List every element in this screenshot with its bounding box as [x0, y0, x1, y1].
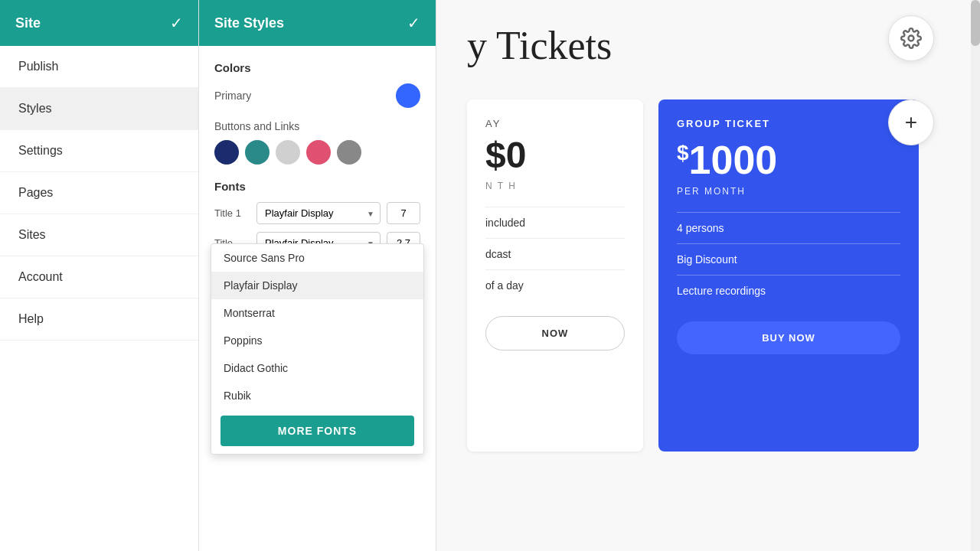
sidebar-item-styles[interactable]: Styles — [0, 88, 198, 130]
plus-button[interactable]: + — [888, 99, 934, 145]
white-card-pay-label: AY — [485, 118, 625, 129]
sidebar-site-title: Site — [15, 15, 41, 31]
blue-card-group-label: GROUP TICKET — [677, 118, 900, 129]
color-swatches — [214, 140, 420, 165]
sidebar-header: Site ✓ — [0, 0, 198, 46]
font-select-wrapper-title1: Playfair Display ▼ — [256, 202, 381, 224]
styles-panel-check-icon[interactable]: ✓ — [407, 14, 420, 32]
styles-panel-title: Site Styles — [214, 15, 284, 31]
font-size-title1[interactable] — [387, 202, 420, 224]
white-card-feature-2: dcast — [485, 238, 625, 269]
sidebar-item-account[interactable]: Account — [0, 256, 198, 298]
blue-card-buy-now-button[interactable]: BUY NOW — [677, 321, 900, 354]
primary-color-swatch[interactable] — [396, 83, 420, 108]
font-dropdown: Source Sans Pro Playfair Display Montser… — [211, 243, 424, 455]
font-option-source-sans-pro[interactable]: Source Sans Pro — [211, 244, 423, 272]
font-row-title1: Title 1 Playfair Display ▼ — [214, 202, 420, 224]
font-option-montserrat[interactable]: Montserrat — [211, 299, 423, 327]
blue-card-per-month: PER MONTH — [677, 186, 900, 197]
swatch-pink-red[interactable] — [306, 140, 331, 165]
blue-card-feature-3: Lecture recordings — [677, 275, 900, 306]
swatch-teal[interactable] — [245, 140, 270, 165]
tickets-area: AY $0 N T H included dcast of a day NOW … — [467, 99, 919, 452]
white-ticket-card: AY $0 N T H included dcast of a day NOW — [467, 99, 643, 452]
blue-card-feature-1: 4 persons — [677, 212, 900, 243]
sidebar-item-pages[interactable]: Pages — [0, 172, 198, 214]
white-card-buy-now-button[interactable]: NOW — [485, 316, 625, 350]
sidebar: Site ✓ Publish Styles Settings Pages Sit… — [0, 0, 199, 551]
blue-card-feature-2: Big Discount — [677, 243, 900, 275]
sidebar-item-help[interactable]: Help — [0, 298, 198, 341]
white-card-dollar: $ — [485, 135, 506, 175]
buttons-links-label: Buttons and Links — [214, 120, 420, 132]
gear-icon — [900, 28, 922, 49]
swatch-light-gray[interactable] — [276, 140, 300, 165]
blue-ticket-card: GROUP TICKET $1000 PER MONTH 4 persons B… — [658, 99, 919, 452]
styles-panel-header: Site Styles ✓ — [199, 0, 436, 46]
sidebar-item-settings[interactable]: Settings — [0, 130, 198, 172]
white-card-per-month: N T H — [485, 181, 625, 191]
sidebar-item-publish[interactable]: Publish — [0, 46, 198, 88]
scrollbar-thumb[interactable] — [971, 0, 980, 46]
styles-panel: Site Styles ✓ Colors Primary Buttons and… — [199, 0, 436, 551]
scrollbar[interactable] — [971, 0, 980, 551]
styles-panel-content: Colors Primary Buttons and Links Fonts T… — [199, 46, 436, 551]
svg-point-0 — [909, 36, 914, 41]
sidebar-item-sites[interactable]: Sites — [0, 214, 198, 256]
fonts-section-label: Fonts — [214, 180, 420, 193]
colors-section-label: Colors — [214, 61, 420, 74]
sidebar-check-icon[interactable]: ✓ — [170, 14, 183, 32]
primary-label: Primary — [214, 90, 251, 102]
main-content: + y Tickets AY $0 N T H included dcast o… — [436, 0, 980, 551]
blue-card-dollar: $ — [677, 141, 689, 165]
font-option-rubik[interactable]: Rubik — [211, 382, 423, 409]
font-row-label-title1: Title 1 — [214, 207, 256, 219]
font-option-playfair-display[interactable]: Playfair Display — [211, 272, 423, 299]
blue-card-price-value: 1000 — [689, 138, 778, 182]
page-title: y Tickets — [467, 23, 612, 68]
white-card-feature-1: included — [485, 207, 625, 238]
primary-color-row: Primary — [214, 83, 420, 108]
font-option-poppins[interactable]: Poppins — [211, 327, 423, 354]
blue-card-price: $1000 — [677, 137, 900, 183]
white-card-feature-3: of a day — [485, 269, 625, 301]
plus-icon: + — [905, 110, 917, 135]
font-select-title1[interactable]: Playfair Display — [256, 202, 381, 224]
sidebar-nav: Publish Styles Settings Pages Sites Acco… — [0, 46, 198, 551]
gear-button[interactable] — [888, 15, 934, 61]
font-option-didact-gothic[interactable]: Didact Gothic — [211, 354, 423, 382]
swatch-medium-gray[interactable] — [337, 140, 361, 165]
white-card-price-value: 0 — [506, 135, 527, 175]
more-fonts-button[interactable]: MORE FONTS — [220, 416, 414, 446]
swatch-dark-blue[interactable] — [214, 140, 239, 165]
white-card-price: $0 — [485, 134, 625, 176]
